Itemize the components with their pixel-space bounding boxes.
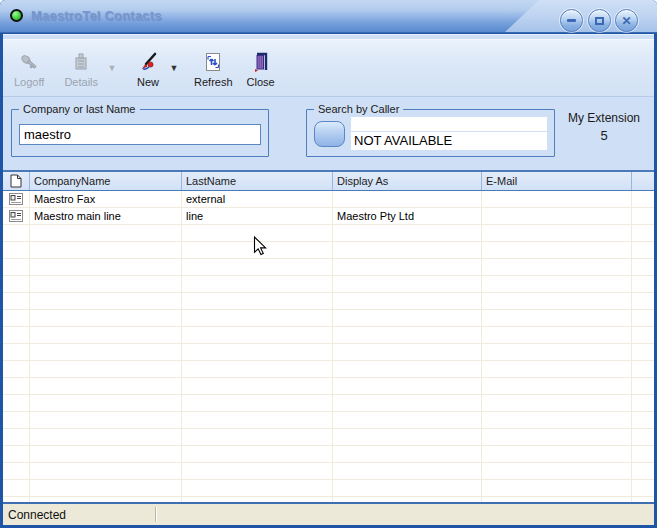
table-row-empty[interactable] xyxy=(3,361,654,378)
search-band: Company or last Name Search by Caller NO… xyxy=(3,101,654,169)
new-button[interactable]: New xyxy=(129,43,167,93)
caller-status-field: NOT AVAILABLE xyxy=(351,132,547,150)
dropdown-arrow-icon: ▼ xyxy=(108,63,117,73)
table-row[interactable]: Maestro main line line Maestro Pty Ltd xyxy=(3,208,654,225)
minimize-icon xyxy=(567,19,576,22)
details-card-icon xyxy=(69,49,93,75)
column-header-companyname[interactable]: CompanyName xyxy=(30,172,182,190)
caller-search-button[interactable] xyxy=(314,121,345,147)
cell-email xyxy=(482,208,632,224)
table-header: CompanyName LastName Display As E-Mail xyxy=(3,172,654,191)
details-button[interactable]: Details xyxy=(57,43,105,93)
table-row-empty[interactable] xyxy=(3,480,654,497)
my-extension-value: 5 xyxy=(559,128,649,143)
table-row[interactable]: Maestro Fax external xyxy=(3,191,654,208)
online-status-dot-icon xyxy=(10,9,23,22)
icon-column-header[interactable] xyxy=(3,172,30,190)
client-area: Logoff Details ▼ xyxy=(3,34,654,524)
table-row-empty[interactable] xyxy=(3,412,654,429)
window-title: MaestroTel Contacts xyxy=(31,8,162,23)
toolbar-button-label: Logoff xyxy=(14,76,44,88)
close-icon: ✕ xyxy=(621,15,631,27)
status-bar: Connected xyxy=(3,504,654,525)
logoff-button[interactable]: Logoff xyxy=(7,43,51,93)
close-button[interactable]: Close xyxy=(240,43,282,93)
connection-status: Connected xyxy=(8,508,66,522)
toolbar-button-label: New xyxy=(137,76,159,88)
cell-lastname: line xyxy=(182,208,333,224)
new-pen-icon xyxy=(136,49,160,75)
table-row-empty[interactable] xyxy=(3,395,654,412)
toolbar-button-label: Close xyxy=(247,76,275,88)
column-header-blank xyxy=(632,172,654,190)
table-row-empty[interactable] xyxy=(3,225,654,242)
maximize-button[interactable] xyxy=(588,9,611,32)
table-row-empty[interactable] xyxy=(3,310,654,327)
cell-displayas xyxy=(333,191,482,207)
table-row-empty[interactable] xyxy=(3,293,654,310)
cell-companyname: Maestro Fax xyxy=(30,191,182,207)
table-row-empty[interactable] xyxy=(3,497,654,504)
column-header-lastname[interactable]: LastName xyxy=(182,172,333,190)
logoff-key-icon xyxy=(17,49,41,75)
maximize-icon xyxy=(595,17,604,25)
table-row-empty[interactable] xyxy=(3,242,654,259)
contacts-table: CompanyName LastName Display As E-Mail xyxy=(3,170,654,504)
title-bar[interactable]: MaestroTel Contacts ✕ xyxy=(0,0,657,33)
details-dropdown-button[interactable]: ▼ xyxy=(105,43,119,93)
dropdown-arrow-icon: ▼ xyxy=(170,63,179,73)
close-door-icon xyxy=(249,49,273,75)
table-row-empty[interactable] xyxy=(3,463,654,480)
company-search-group: Company or last Name xyxy=(11,109,269,157)
new-dropdown-button[interactable]: ▼ xyxy=(167,43,181,93)
minimize-button[interactable] xyxy=(560,9,583,32)
column-header-displayas[interactable]: Display As xyxy=(333,172,482,190)
maestrotel-contacts-window: MaestroTel Contacts ✕ Logoff xyxy=(0,0,657,528)
my-extension-label: My Extension xyxy=(559,111,649,125)
table-body: Maestro Fax external xyxy=(3,191,654,504)
cell-lastname: external xyxy=(182,191,333,207)
contact-card-icon xyxy=(3,208,30,224)
cell-email xyxy=(482,191,632,207)
contact-card-icon xyxy=(3,191,30,207)
toolbar: Logoff Details ▼ xyxy=(3,39,654,97)
cell-companyname: Maestro main line xyxy=(30,208,182,224)
toolbar-button-label: Details xyxy=(64,76,98,88)
column-header-email[interactable]: E-Mail xyxy=(482,172,632,190)
caller-number-field xyxy=(351,117,547,131)
refresh-page-icon xyxy=(201,49,225,75)
search-by-caller-group: Search by Caller NOT AVAILABLE xyxy=(306,109,555,157)
table-row-empty[interactable] xyxy=(3,429,654,446)
my-extension-block: My Extension 5 xyxy=(559,111,649,143)
close-window-button[interactable]: ✕ xyxy=(615,9,638,32)
refresh-button[interactable]: Refresh xyxy=(187,43,240,93)
table-row-empty[interactable] xyxy=(3,378,654,395)
page-icon xyxy=(10,174,22,188)
company-search-input[interactable] xyxy=(19,124,261,145)
cell-displayas: Maestro Pty Ltd xyxy=(333,208,482,224)
table-row-empty[interactable] xyxy=(3,446,654,463)
caller-group-label: Search by Caller xyxy=(314,103,403,115)
table-row-empty[interactable] xyxy=(3,259,654,276)
table-row-empty[interactable] xyxy=(3,344,654,361)
company-group-label: Company or last Name xyxy=(19,103,140,115)
table-row-empty[interactable] xyxy=(3,276,654,293)
toolbar-button-label: Refresh xyxy=(194,76,233,88)
table-row-empty[interactable] xyxy=(3,327,654,344)
statusbar-divider xyxy=(155,507,157,522)
